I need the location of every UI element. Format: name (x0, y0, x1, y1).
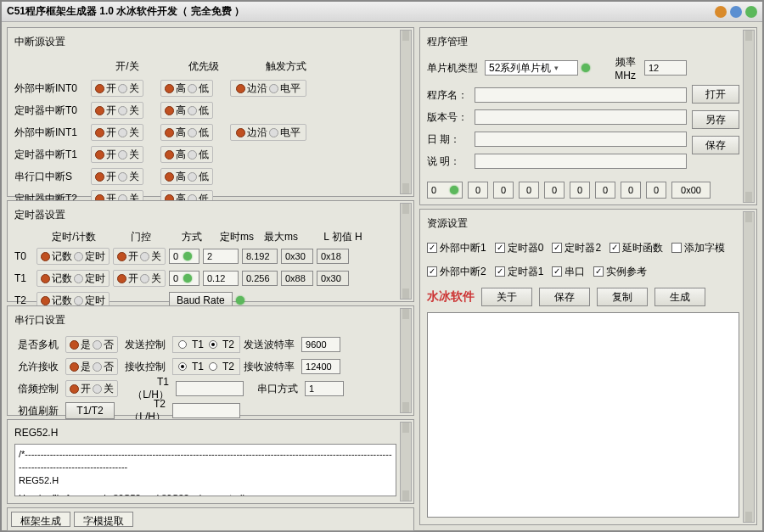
progname-input[interactable] (475, 87, 687, 103)
timer-t1-label: T1 (14, 272, 33, 284)
gen-button[interactable]: 生成 (654, 288, 705, 306)
timer-t1-initH: 0x30 (317, 271, 349, 286)
t1-onoff[interactable]: 开关 (91, 146, 143, 163)
copy-button[interactable]: 复制 (597, 288, 648, 306)
s-priority[interactable]: 高低 (160, 168, 213, 185)
t1t2-button[interactable]: T1/T2 (65, 402, 115, 419)
scrollbar[interactable] (743, 30, 755, 203)
scrollbar[interactable] (743, 211, 755, 523)
date-input[interactable] (475, 132, 687, 147)
chk-ext2[interactable]: ✓外部中断2 (427, 265, 486, 279)
interrupt-panel-title: 中断源设置 (14, 33, 396, 54)
chk-t0[interactable]: ✓定时器0 (495, 241, 544, 255)
timer-t0-max: 8.192 (242, 249, 278, 264)
int1-trigger[interactable]: 边沿电平 (230, 124, 306, 141)
t1-priority[interactable]: 高低 (160, 146, 213, 163)
int0-priority[interactable]: 高低 (160, 80, 213, 97)
scrollbar[interactable] (400, 308, 412, 413)
t1-label: 定时器中断T1 (14, 148, 87, 162)
num-last[interactable]: 0x00 (671, 182, 711, 199)
num-1[interactable]: 0 (468, 182, 488, 199)
t1lh-input[interactable] (176, 381, 244, 396)
logo-text: 水冰软件 (427, 289, 475, 305)
t0-onoff[interactable]: 开关 (91, 102, 143, 119)
t0-priority[interactable]: 高低 (160, 102, 213, 119)
chk-t2[interactable]: ✓定时器2 (552, 241, 601, 255)
num-4[interactable]: 0 (544, 182, 565, 199)
num-2[interactable]: 0 (493, 182, 514, 199)
timer-t1-method[interactable]: 0 (169, 271, 199, 286)
timer-t0-method[interactable]: 0 (169, 249, 199, 264)
serial-multi[interactable]: 是否 (65, 336, 118, 353)
timer-t1-mode[interactable]: 记数定时 (37, 270, 110, 287)
serial-mode-input[interactable]: 1 (305, 381, 344, 396)
serial-rxctrl[interactable]: T1T2 (172, 358, 240, 375)
txbaud-input[interactable]: 9600 (301, 337, 340, 352)
chk-addfont[interactable]: 添加字模 (671, 241, 725, 255)
reg-textarea[interactable]: /*--------------------------------------… (14, 444, 396, 496)
minimize-icon[interactable] (715, 6, 727, 18)
timer-t1-gate[interactable]: 开关 (113, 270, 166, 287)
num-6[interactable]: 0 (595, 182, 615, 199)
titlebar: C51程序框架生成器 1.0 水冰软件开发（ 完全免费 ） (2, 2, 762, 22)
header-trigger: 触发方式 (244, 59, 329, 74)
num-3[interactable]: 0 (519, 182, 539, 199)
t0-label: 定时器中断T0 (14, 104, 87, 118)
save-button[interactable]: 保存 (692, 136, 739, 154)
scrollbar[interactable] (400, 422, 412, 501)
serial-panel-title: 串行口设置 (14, 311, 396, 333)
header-priority: 优先级 (167, 59, 240, 74)
chk-t1[interactable]: ✓定时器1 (495, 265, 544, 279)
window-title: C51程序框架生成器 1.0 水冰软件开发（ 完全免费 ） (7, 4, 244, 19)
reg-panel-title: REG52.H (14, 425, 396, 444)
timer-t1-initL: 0x88 (281, 271, 313, 286)
tab-extract[interactable]: 字模提取 (74, 512, 133, 527)
freq-input[interactable]: 12 (644, 60, 687, 76)
serial-doublefreq[interactable]: 开关 (65, 380, 118, 397)
rxbaud-input[interactable]: 12400 (301, 359, 340, 374)
saveas-button[interactable]: 另存 (692, 110, 739, 129)
int0-onoff[interactable]: 开关 (91, 80, 143, 97)
int1-label: 外部中断INT1 (14, 126, 87, 140)
desc-input[interactable] (475, 154, 687, 169)
header-onoff: 开/关 (91, 59, 164, 74)
about-button[interactable]: 关于 (481, 288, 532, 306)
serial-txctrl[interactable]: T1T2 (172, 336, 240, 353)
scrollbar[interactable] (400, 30, 412, 194)
res-save-button[interactable]: 保存 (539, 288, 590, 306)
led-icon (236, 296, 244, 305)
num-5[interactable]: 0 (570, 182, 590, 199)
int1-priority[interactable]: 高低 (160, 124, 213, 141)
timer-t0-mode[interactable]: 记数定时 (37, 248, 110, 265)
output-textarea[interactable] (427, 312, 739, 518)
s-label: 串行口中断S (14, 170, 87, 184)
timer-t0-initL: 0x30 (281, 249, 313, 264)
timer-t0-initH: 0x18 (317, 249, 349, 264)
scrollbar[interactable] (400, 203, 412, 300)
led-icon (581, 64, 590, 72)
num-7[interactable]: 0 (621, 182, 641, 199)
chk-ext1[interactable]: ✓外部中断1 (427, 241, 486, 255)
timer-t0-gate[interactable]: 开关 (113, 248, 166, 265)
int1-onoff[interactable]: 开关 (91, 124, 143, 141)
int0-trigger[interactable]: 边沿电平 (230, 80, 306, 97)
maximize-icon[interactable] (730, 6, 742, 18)
chk-uart[interactable]: ✓串口 (552, 265, 585, 279)
open-button[interactable]: 打开 (692, 85, 739, 104)
num-8[interactable]: 0 (646, 182, 666, 199)
chk-example[interactable]: ✓实例参考 (593, 265, 647, 279)
timer-t0-label: T0 (14, 250, 33, 262)
timer-t0-ms[interactable]: 2 (203, 249, 239, 264)
s-onoff[interactable]: 开关 (91, 168, 143, 185)
version-input[interactable] (475, 109, 687, 125)
tab-generate[interactable]: 框架生成 (11, 512, 70, 527)
chk-delay[interactable]: ✓延时函数 (610, 241, 663, 255)
t2lh-input[interactable] (172, 403, 240, 418)
timer-t1-ms[interactable]: 0.12 (203, 271, 239, 286)
close-icon[interactable] (745, 6, 757, 18)
timer-panel-title: 定时器设置 (14, 206, 396, 227)
num-first[interactable]: 0 (427, 182, 463, 199)
res-panel-title: 资源设置 (427, 215, 739, 236)
mcutype-dropdown[interactable]: 52系列单片机 (485, 60, 578, 76)
serial-allowrx[interactable]: 是否 (65, 358, 118, 375)
